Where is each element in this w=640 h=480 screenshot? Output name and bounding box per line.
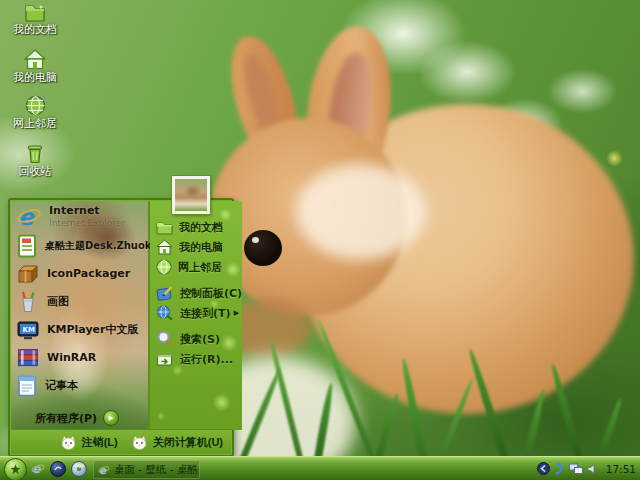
- desktop-icon-my-documents[interactable]: 我的文档: [2, 2, 68, 36]
- desktop-icon-label: 我的电脑: [2, 72, 68, 84]
- all-programs-label: 所有程序(P): [35, 411, 97, 426]
- svg-text:e: e: [32, 462, 41, 476]
- menu-item-network-places[interactable]: 网上邻居: [150, 257, 242, 277]
- globe-icon: [156, 259, 172, 275]
- my-computer-house-icon: [2, 49, 68, 70]
- network-globe-icon: [2, 95, 68, 116]
- menu-item-label: 我的文档: [179, 220, 223, 235]
- internet-explorer-icon: e: [16, 204, 42, 230]
- menu-item-label: 搜索(S): [180, 332, 220, 347]
- log-off-label: 注销(L): [82, 435, 118, 450]
- start-leaf-icon: [10, 464, 21, 475]
- desktop-icon-recycle-bin[interactable]: 回收站: [2, 143, 68, 178]
- menu-item-paint[interactable]: 画图: [11, 288, 148, 316]
- shut-down-button[interactable]: 关闭计算机(U): [131, 435, 223, 450]
- start-menu-footer: 注销(L) 关闭计算机(U): [11, 429, 231, 454]
- menu-item-label: 我的电脑: [179, 240, 223, 255]
- house-icon: [156, 239, 173, 255]
- menu-item-control-panel[interactable]: 控制面板(C): [150, 283, 242, 303]
- all-programs-button[interactable]: 所有程序(P) ▶: [11, 406, 148, 430]
- start-menu-right-column: 我的文档 我的电脑 网上邻居: [150, 201, 242, 430]
- kmplayer-monitor-icon: KM: [16, 318, 40, 342]
- my-documents-folder-icon: [2, 2, 68, 22]
- quick-launch-dark-globe-icon[interactable]: [50, 461, 66, 477]
- system-tray: 17:51: [537, 457, 636, 480]
- network-status-icon[interactable]: [569, 463, 583, 475]
- menu-item-label: KMPlayer中文版: [47, 324, 138, 336]
- all-programs-arrow-icon: ▶: [103, 410, 119, 426]
- rabbit-cheek-highlight: [296, 164, 426, 260]
- taskbar-clock[interactable]: 17:51: [606, 463, 636, 475]
- desktop: 我的文档 我的电脑 网上邻居 回收站 e Int: [0, 0, 640, 480]
- svg-text:KM: KM: [23, 326, 35, 334]
- menu-item-my-documents[interactable]: 我的文档: [150, 217, 242, 237]
- paint-cup-icon: [16, 290, 40, 314]
- menu-item-iconpackager[interactable]: IconPackager: [11, 260, 148, 288]
- menu-item-zhuoku-theme[interactable]: 桌酷主题Desk.Zhuoku.Com: [11, 232, 148, 260]
- folder-icon: [156, 220, 173, 235]
- start-menu: e Internet Internet Explorer 桌酷主题Desk.Zh…: [8, 198, 234, 457]
- rabbit-eye: [244, 230, 282, 266]
- desktop-icon-my-computer[interactable]: 我的电脑: [2, 49, 68, 84]
- menu-item-label: IconPackager: [47, 268, 130, 280]
- log-off-button[interactable]: 注销(L): [60, 435, 118, 450]
- submenu-arrow-icon: ▶: [234, 309, 239, 317]
- menu-item-run[interactable]: 运行(R)...: [150, 349, 242, 369]
- menu-item-kmplayer[interactable]: KM KMPlayer中文版: [11, 316, 148, 344]
- svg-text:e: e: [18, 204, 35, 230]
- menu-item-notepad[interactable]: 记事本: [11, 372, 148, 400]
- desktop-icon-network-places[interactable]: 网上邻居: [2, 95, 68, 130]
- hidden-icons-button[interactable]: [537, 462, 550, 475]
- menu-item-label: 网上邻居: [178, 260, 222, 275]
- quick-launch-overflow-chevron[interactable]: »: [78, 460, 84, 471]
- menu-item-label: 控制面板(C): [180, 286, 242, 301]
- start-menu-left-column: e Internet Internet Explorer 桌酷主题Desk.Zh…: [11, 201, 150, 430]
- run-icon: [156, 352, 174, 367]
- desktop-icon-label: 我的文档: [2, 24, 68, 36]
- svg-text:e: e: [99, 464, 107, 476]
- recycle-bin-icon: [2, 143, 68, 164]
- cat-face-icon: [60, 435, 77, 450]
- taskbar-task-button[interactable]: e 桌面 - 壁纸 - 桌酷壁...: [93, 460, 200, 479]
- notepad-icon: [16, 374, 38, 398]
- menu-item-label: Internet Internet Explorer: [49, 205, 125, 228]
- menu-item-internet[interactable]: e Internet Internet Explorer: [11, 201, 148, 232]
- user-avatar[interactable]: [172, 176, 210, 214]
- iconpackager-box-icon: [16, 262, 40, 286]
- picture-document-icon: [16, 234, 38, 258]
- winrar-books-icon: [16, 346, 40, 370]
- control-panel-icon: [156, 285, 174, 302]
- quick-launch-internet-explorer-icon[interactable]: e: [31, 462, 45, 476]
- taskbar: e » e 桌面 - 壁纸 - 桌酷壁...: [0, 456, 640, 480]
- menu-item-label: 画图: [47, 296, 69, 308]
- menu-item-label: WinRAR: [47, 352, 96, 364]
- desktop-icon-label: 网上邻居: [2, 118, 68, 130]
- desktop-icon-label: 回收站: [2, 166, 68, 178]
- menu-item-my-computer[interactable]: 我的电脑: [150, 237, 242, 257]
- menu-item-winrar[interactable]: WinRAR: [11, 344, 148, 372]
- menu-item-search[interactable]: 搜索(S): [150, 329, 242, 349]
- messenger-swoosh-icon[interactable]: [554, 462, 565, 475]
- menu-item-label: 运行(R)...: [180, 352, 233, 367]
- menu-item-sublabel: Internet Explorer: [49, 218, 125, 228]
- cat-face-icon: [131, 435, 148, 450]
- menu-item-label: 记事本: [45, 380, 78, 392]
- connect-to-icon: [156, 305, 174, 321]
- volume-icon[interactable]: [587, 463, 599, 475]
- start-menu-body: e Internet Internet Explorer 桌酷主题Desk.Zh…: [11, 201, 231, 430]
- internet-explorer-icon: e: [98, 464, 110, 476]
- start-button[interactable]: [4, 458, 27, 480]
- shut-down-label: 关闭计算机(U): [153, 435, 223, 450]
- menu-item-connect-to[interactable]: 连接到(T) ▶: [150, 303, 242, 323]
- task-button-label: 桌面 - 壁纸 - 桌酷壁...: [114, 463, 200, 477]
- menu-item-label: 连接到(T): [180, 306, 231, 321]
- search-icon: [156, 330, 174, 348]
